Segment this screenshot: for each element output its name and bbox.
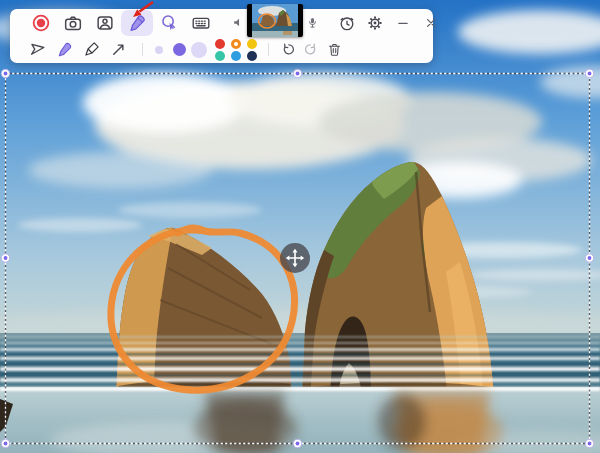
handle-top-right[interactable] xyxy=(585,69,593,77)
record-button[interactable] xyxy=(25,10,57,36)
capture-toolbar xyxy=(10,9,433,63)
toolbar-draw-row xyxy=(10,36,433,63)
record-icon xyxy=(30,12,52,34)
undo-icon xyxy=(280,41,297,58)
divider xyxy=(142,43,143,56)
color-swatches xyxy=(212,38,260,62)
callout-arrow xyxy=(125,0,165,22)
microphone-toggle[interactable] xyxy=(303,10,321,36)
snapshot-button[interactable] xyxy=(89,10,121,36)
swatch-yellow[interactable] xyxy=(247,39,257,49)
handle-right-middle[interactable] xyxy=(585,254,593,262)
speaker-toggle[interactable] xyxy=(229,10,247,36)
toolbar-main-row xyxy=(10,9,433,36)
move-region-handle[interactable] xyxy=(280,243,310,273)
camera-icon xyxy=(62,12,84,34)
delete-button[interactable] xyxy=(323,37,345,63)
speaker-icon xyxy=(232,16,245,29)
right-rock xyxy=(302,162,494,400)
move-icon xyxy=(283,246,307,270)
capture-region-border xyxy=(0,0,600,453)
cursor-icon xyxy=(28,40,47,59)
camera-button[interactable] xyxy=(57,10,89,36)
undo-button[interactable] xyxy=(277,37,299,63)
handle-bottom-right[interactable] xyxy=(585,439,593,447)
trash-icon xyxy=(326,41,343,58)
arrow-icon xyxy=(109,40,128,59)
stroke-size-medium[interactable] xyxy=(169,37,189,63)
caption-button[interactable] xyxy=(185,10,217,36)
ellipse-annotation[interactable] xyxy=(111,228,295,390)
beach-photo xyxy=(0,0,600,453)
preview-image xyxy=(247,4,303,37)
swatch-blue[interactable] xyxy=(231,51,241,61)
swatch-navy[interactable] xyxy=(247,51,257,61)
image-icon xyxy=(94,12,116,34)
keyboard-icon xyxy=(190,12,212,34)
handle-left-middle[interactable] xyxy=(1,254,9,262)
minimize-button[interactable] xyxy=(390,10,416,36)
timer-button[interactable] xyxy=(334,10,360,36)
handle-top-left[interactable] xyxy=(1,69,9,77)
redo-icon xyxy=(302,41,319,58)
microphone-icon xyxy=(306,16,319,29)
divider xyxy=(268,43,269,56)
left-rock xyxy=(116,227,292,400)
minimize-icon xyxy=(394,14,412,32)
pen-tool-button[interactable] xyxy=(78,37,105,63)
close-button[interactable] xyxy=(418,10,444,36)
gear-icon xyxy=(365,13,385,33)
video-preview-thumbnail[interactable] xyxy=(247,4,303,37)
swatch-orange-selected[interactable] xyxy=(231,39,241,49)
pencil-active-icon xyxy=(55,40,74,59)
stroke-size-large[interactable] xyxy=(189,37,209,63)
stroke-size-small[interactable] xyxy=(149,37,169,63)
redo-button[interactable] xyxy=(299,37,321,63)
arrow-tool-button[interactable] xyxy=(105,37,132,63)
clock-icon xyxy=(337,13,357,33)
handle-bottom-center[interactable] xyxy=(293,439,301,447)
handle-top-center[interactable] xyxy=(293,69,301,77)
select-tool-button[interactable] xyxy=(24,37,51,63)
pen-icon xyxy=(82,40,101,59)
handle-bottom-left[interactable] xyxy=(1,439,9,447)
swatch-teal[interactable] xyxy=(215,51,225,61)
pencil-tool-button[interactable] xyxy=(51,37,78,63)
settings-button[interactable] xyxy=(362,10,388,36)
close-icon xyxy=(422,14,440,32)
swatch-red[interactable] xyxy=(215,39,225,49)
